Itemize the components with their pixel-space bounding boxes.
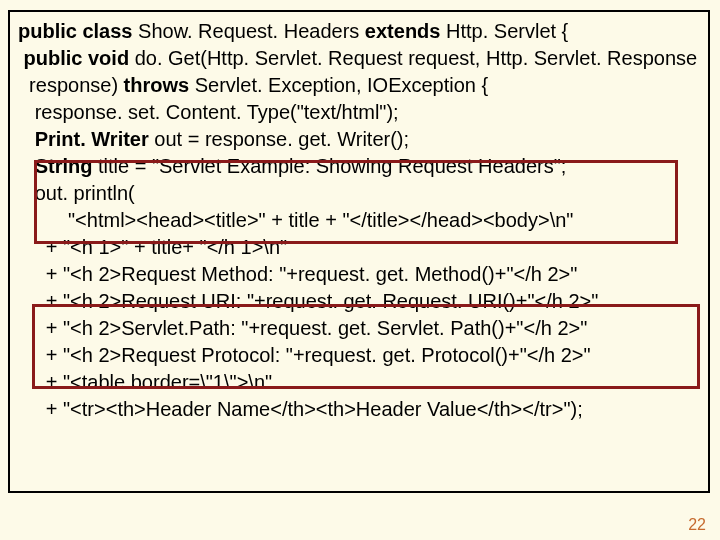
text-method-sig-1: do. Get(Http. Servlet. Request request, … — [135, 47, 698, 69]
code-line-15: + "<table border=\"1\">\n" — [18, 369, 700, 396]
code-line-14: + "<h 2>Request Protocol: "+request. get… — [18, 342, 700, 369]
code-line-16: + "<tr><th>Header Name</th><th>Header Va… — [18, 396, 700, 423]
code-line-1: public class Show. Request. Headers exte… — [18, 18, 700, 45]
kw-throws: throws — [124, 74, 195, 96]
code-line-9: "<html><head><title>" + title + "</title… — [18, 207, 700, 234]
code-line-8: out. println( — [18, 180, 700, 207]
text-title-decl: title = "Servlet Example: Showing Reques… — [98, 155, 566, 177]
kw-string: String — [18, 155, 98, 177]
code-line-7: String title = "Servlet Example: Showing… — [18, 153, 700, 180]
kw-printwriter: Print. Writer — [18, 128, 154, 150]
code-line-13: + "<h 2>Servlet.Path: "+request. get. Se… — [18, 315, 700, 342]
kw-public-class: public class — [18, 20, 138, 42]
text-classname: Show. Request. Headers — [138, 20, 365, 42]
code-line-11: + "<h 2>Request Method: "+request. get. … — [18, 261, 700, 288]
code-line-12: + "<h 2>Request URI: "+request. get. Req… — [18, 288, 700, 315]
kw-extends: extends — [365, 20, 446, 42]
text-method-sig-2: response) — [18, 74, 124, 96]
code-line-2: public void do. Get(Http. Servlet. Reque… — [18, 45, 700, 72]
code-line-10: + "<h 1>" + title+ "</h 1>\n" — [18, 234, 700, 261]
code-line-3: response) throws Servlet. Exception, IOE… — [18, 72, 700, 99]
code-line-5: response. set. Content. Type("text/html"… — [18, 99, 700, 126]
code-container: public class Show. Request. Headers exte… — [8, 10, 710, 493]
text-out-decl: out = response. get. Writer(); — [154, 128, 409, 150]
text-exceptions: Servlet. Exception, IOException { — [195, 74, 489, 96]
kw-public-void: public void — [18, 47, 135, 69]
text-superclass: Http. Servlet { — [446, 20, 568, 42]
page-number: 22 — [688, 516, 706, 534]
code-line-6: Print. Writer out = response. get. Write… — [18, 126, 700, 153]
